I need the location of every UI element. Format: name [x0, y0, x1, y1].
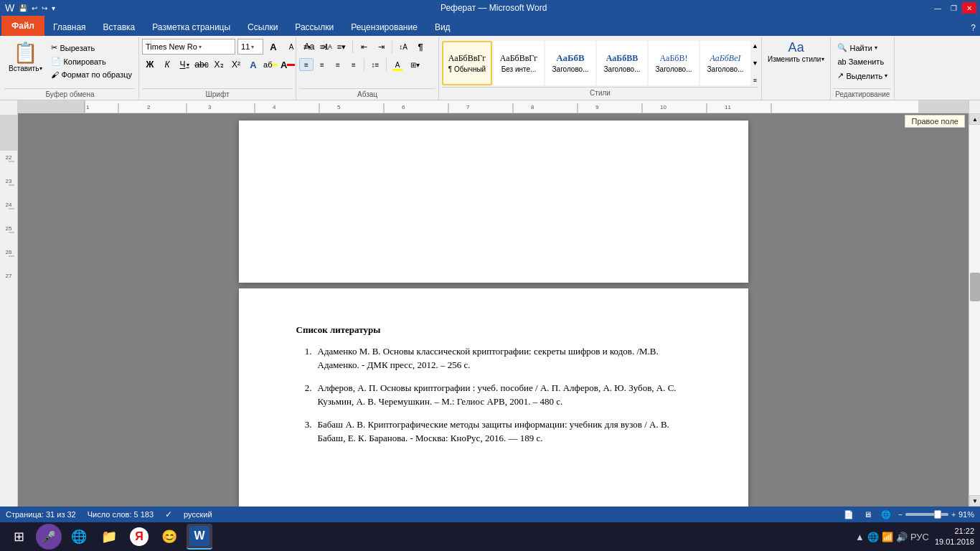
restore-button[interactable]: ❐ [946, 2, 961, 14]
scroll-down-button[interactable]: ▼ [969, 495, 980, 507]
justify-button[interactable]: ≡ [347, 58, 361, 71]
superscript-button[interactable]: X² [228, 57, 244, 72]
font-name-input[interactable]: Times New Ro ▾ [142, 39, 235, 55]
sort-button[interactable]: ↕А [395, 39, 411, 55]
shading-button[interactable]: A [390, 57, 405, 72]
para-row2: ≡ ≡ ≡ ≡ ↕≡ A ⊞▾ [299, 57, 423, 72]
align-right-button[interactable]: ≡ [331, 58, 345, 71]
zoom-in-icon[interactable]: + [951, 511, 956, 519]
borders-button[interactable]: ⊞▾ [407, 57, 423, 72]
close-button[interactable]: ✕ [962, 2, 976, 14]
grow-font-button[interactable]: A [265, 39, 281, 55]
find-button[interactable]: 🔍 Найти ▾ [834, 42, 880, 54]
tab-file[interactable]: Файл [1, 16, 44, 36]
main-area: 22 23 24 25 26 27 Правое поле Список лит… [0, 113, 980, 507]
underline-button[interactable]: Ч ▾ [176, 57, 192, 72]
tray-network-icon[interactable]: 🌐 [867, 532, 879, 542]
change-styles-button[interactable]: Аа Изменить стили▾ [765, 39, 827, 65]
align-left-button[interactable]: ≡ [299, 58, 314, 71]
yandex-icon: Я [130, 527, 149, 546]
emoji-icon: 😊 [161, 529, 177, 545]
align-center-button[interactable]: ≡ [315, 58, 329, 71]
highlight-button[interactable]: аб [263, 57, 278, 72]
tray-language[interactable]: РУС [910, 532, 929, 542]
cut-button[interactable]: ✂ Вырезать [47, 42, 136, 54]
style-heading3[interactable]: АаБбВ! Заголово... [649, 41, 699, 85]
styles-scroll-down[interactable]: ▼ [752, 60, 758, 67]
style-heading2-label: Заголово... [604, 65, 641, 73]
zoom-thumb [934, 510, 941, 519]
explorer-button[interactable]: 📁 [96, 524, 122, 550]
tray-signal-icon[interactable]: 📶 [882, 532, 893, 542]
line-spacing-button[interactable]: ↕≡ [367, 57, 383, 72]
page-2-content: Список литературы 1. Адаменко М. В. Осно… [239, 288, 748, 476]
format-painter-button[interactable]: 🖌 Формат по образцу [47, 69, 136, 80]
paragraph-content: ≡• ≡1 ≡▾ ⇤ ⇥ ↕А ¶ ≡ ≡ ≡ ≡ ↕≡ A [299, 39, 435, 87]
paste-button[interactable]: 📋 Вставить▾ [4, 39, 47, 75]
editing-label: Редактирование [834, 88, 891, 100]
word-taskbar-button[interactable]: W [187, 524, 212, 550]
font-row2: Ж К Ч ▾ abc X₂ X² A аб А [142, 57, 296, 72]
tab-view[interactable]: Вид [426, 19, 459, 36]
font-color-button[interactable]: А [280, 57, 296, 72]
styles-scroll-up[interactable]: ▲ [752, 42, 758, 50]
bib-text-3: Бабаш А. В. Криптографические методы защ… [318, 418, 691, 446]
subscript-button[interactable]: X₂ [211, 57, 227, 72]
customize-quick-btn[interactable]: ▾ [50, 4, 57, 12]
italic-button[interactable]: К [159, 57, 175, 72]
view-web-icon[interactable]: 🌐 [880, 508, 892, 521]
undo-quick-btn[interactable]: ↩ [30, 4, 39, 12]
save-quick-btn[interactable]: 💾 [17, 4, 29, 12]
style-normal[interactable]: АаБбВвГг ¶ Обычный [442, 41, 492, 85]
view-print-icon[interactable]: 📄 [842, 508, 855, 521]
help-btn[interactable]: ? [966, 20, 980, 36]
copy-button[interactable]: 📄 Копировать [47, 55, 136, 67]
style-heading3-label: Заголово... [656, 65, 692, 73]
replace-button[interactable]: ab Заменить [834, 56, 887, 67]
yandex-button[interactable]: Я [126, 524, 152, 550]
decrease-indent-button[interactable]: ⇤ [356, 39, 372, 55]
scroll-thumb[interactable] [970, 273, 980, 301]
zoom-out-icon[interactable]: − [898, 511, 903, 519]
tray-volume-icon[interactable]: 🔊 [896, 532, 908, 542]
ruler-left-margin [18, 100, 85, 113]
emoji-button[interactable]: 😊 [156, 524, 182, 550]
style-no-spacing[interactable]: АаБбВвГг Без инте... [494, 41, 544, 85]
style-heading1[interactable]: АаБбВ Заголово... [545, 41, 595, 85]
tab-home[interactable]: Главная [44, 19, 95, 36]
show-marks-button[interactable]: ¶ [413, 39, 428, 55]
ribbon-group-styles: АаБбВвГг ¶ Обычный АаБбВвГг Без инте... … [439, 37, 762, 100]
strikethrough-button[interactable]: abc [194, 57, 209, 72]
view-full-icon[interactable]: 🖥 [861, 508, 874, 521]
tab-page-layout[interactable]: Разметка страницы [143, 19, 239, 36]
style-heading2[interactable]: АаБбВВ Заголово... [597, 41, 647, 85]
minimize-button[interactable]: — [930, 2, 945, 14]
search-button[interactable]: 🎤 [36, 524, 62, 550]
styles-scroll-more[interactable]: ≡ [752, 77, 758, 84]
numbering-button[interactable]: ≡1 [316, 39, 332, 55]
tray-arrow[interactable]: ▲ [855, 532, 864, 542]
bullets-button[interactable]: ≡• [299, 39, 315, 55]
tab-references[interactable]: Ссылки [239, 19, 286, 36]
font-size-input[interactable]: 11 ▾ [237, 39, 263, 55]
clock[interactable]: 21:22 19.01.2018 [935, 526, 974, 548]
style-heading4[interactable]: АаБбВеI Заголово... [700, 41, 750, 85]
scroll-up-button[interactable]: ▲ [969, 113, 980, 125]
start-button[interactable]: ⊞ [6, 524, 32, 550]
multilevel-button[interactable]: ≡▾ [334, 39, 349, 55]
redo-quick-btn[interactable]: ↪ [40, 4, 49, 12]
increase-indent-button[interactable]: ⇥ [373, 39, 389, 55]
select-button[interactable]: ↗ Выделить ▾ [834, 70, 891, 82]
ribbon-group-editing: Аа Изменить стили▾ x [762, 37, 831, 100]
text-effects-button[interactable]: A [245, 57, 261, 72]
font-label: Шрифт [142, 88, 293, 100]
tab-review[interactable]: Рецензирование [342, 19, 426, 36]
edge-button[interactable]: 🌐 [66, 524, 92, 550]
bold-button[interactable]: Ж [142, 57, 158, 72]
zoom-slider[interactable] [905, 513, 948, 516]
tab-mailings[interactable]: Рассылки [286, 19, 342, 36]
tab-insert[interactable]: Вставка [95, 19, 144, 36]
title-bar: W 💾 ↩ ↪ ▾ Реферат — Microsoft Word — ❐ ✕ [0, 0, 980, 16]
bib-num-2: 2. [296, 381, 318, 409]
style-heading3-preview: АаБбВ! [660, 53, 688, 64]
